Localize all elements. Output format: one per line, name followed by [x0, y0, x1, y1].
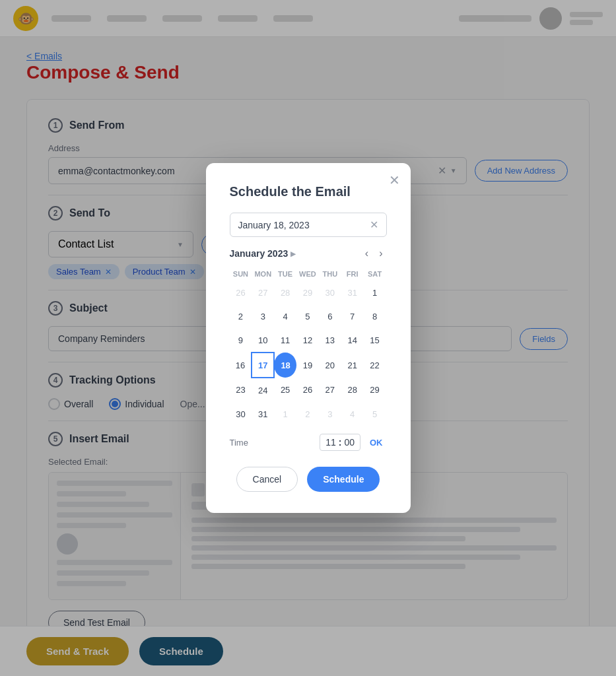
calendar-month-label: January 2023 ▶ — [230, 248, 296, 259]
day-header-mon: MON — [252, 267, 274, 281]
calendar-day: 1 — [274, 402, 296, 426]
calendar-day: 3 — [319, 402, 341, 426]
time-label: Time — [230, 438, 315, 448]
calendar-day: 27 — [252, 281, 274, 304]
calendar-day[interactable]: 31 — [252, 402, 274, 426]
day-header-wed: WED — [296, 267, 319, 281]
calendar-day[interactable]: 2 — [230, 304, 252, 328]
day-header-sat: SAT — [364, 267, 386, 281]
calendar-day: 2 — [296, 402, 319, 426]
calendar-expand-icon: ▶ — [291, 250, 296, 257]
calendar-row: 9101112131415 — [230, 328, 386, 353]
calendar-day: 4 — [341, 402, 364, 426]
day-header-tue: TUE — [274, 267, 296, 281]
modal-actions: Cancel Schedule — [230, 467, 387, 492]
calendar-day[interactable]: 10 — [252, 328, 274, 353]
time-separator: : — [339, 437, 342, 448]
modal-cancel-button[interactable]: Cancel — [236, 467, 298, 492]
time-row: Time 11 : 00 OK — [230, 434, 387, 451]
time-value: 11 : 00 — [320, 434, 360, 451]
calendar-day: 5 — [364, 402, 386, 426]
calendar-day[interactable]: 12 — [296, 328, 319, 353]
calendar-row: 303112345 — [230, 402, 386, 426]
modal-schedule-button[interactable]: Schedule — [307, 467, 380, 492]
calendar-row: 2345678 — [230, 304, 386, 328]
calendar-day[interactable]: 15 — [364, 328, 386, 353]
calendar-day[interactable]: 8 — [364, 304, 386, 328]
calendar-day[interactable]: 16 — [230, 353, 252, 378]
date-clear-button[interactable]: ✕ — [370, 219, 378, 231]
calendar-row: 2627282930311 — [230, 281, 386, 304]
date-input-value: January 18, 2023 — [238, 220, 310, 230]
date-input-row[interactable]: January 18, 2023 ✕ — [230, 213, 387, 237]
modal-close-button[interactable]: ✕ — [389, 174, 400, 187]
calendar-day-headers: SUN MON TUE WED THU FRI SAT — [230, 267, 386, 281]
calendar-day[interactable]: 1 — [364, 281, 386, 304]
calendar-day[interactable]: 3 — [252, 304, 274, 328]
calendar-day[interactable]: 20 — [319, 353, 341, 378]
calendar-next-button[interactable]: › — [375, 246, 386, 261]
calendar-row: 23242526272829 — [230, 378, 386, 402]
calendar-day: 28 — [274, 281, 296, 304]
calendar-grid: SUN MON TUE WED THU FRI SAT 262728293031… — [230, 267, 387, 426]
calendar-day[interactable]: 25 — [274, 378, 296, 402]
calendar-day[interactable]: 30 — [230, 402, 252, 426]
modal-title: Schedule the Email — [230, 184, 387, 199]
calendar-day[interactable]: 11 — [274, 328, 296, 353]
calendar-row: 16171819202122 — [230, 353, 386, 378]
time-ok-button[interactable]: OK — [366, 435, 387, 450]
time-minutes: 00 — [344, 437, 355, 448]
calendar-day[interactable]: 14 — [341, 328, 364, 353]
day-header-fri: FRI — [341, 267, 364, 281]
calendar-day[interactable]: 26 — [296, 378, 319, 402]
calendar-day: 29 — [296, 281, 319, 304]
time-hours: 11 — [325, 437, 336, 448]
calendar-day[interactable]: 19 — [296, 353, 319, 378]
calendar-day[interactable]: 13 — [319, 328, 341, 353]
calendar-day[interactable]: 5 — [296, 304, 319, 328]
calendar-day[interactable]: 22 — [364, 353, 386, 378]
calendar-day: 31 — [341, 281, 364, 304]
calendar-day[interactable]: 23 — [230, 378, 252, 402]
day-header-sun: SUN — [230, 267, 252, 281]
calendar-day[interactable]: 21 — [341, 353, 364, 378]
calendar-day[interactable]: 18 — [274, 353, 296, 378]
calendar-header: January 2023 ▶ ‹ › — [230, 246, 387, 261]
day-header-thu: THU — [319, 267, 341, 281]
calendar-day[interactable]: 6 — [319, 304, 341, 328]
calendar-prev-button[interactable]: ‹ — [361, 246, 372, 261]
calendar-day[interactable]: 9 — [230, 328, 252, 353]
modal-overlay: ✕ Schedule the Email January 18, 2023 ✕ … — [0, 0, 616, 676]
calendar-day[interactable]: 17 — [252, 353, 274, 378]
calendar-day[interactable]: 24 — [252, 378, 274, 402]
calendar-day: 30 — [319, 281, 341, 304]
calendar-day[interactable]: 29 — [364, 378, 386, 402]
mini-calendar: January 2023 ▶ ‹ › SUN MON TUE WED THU — [230, 246, 387, 426]
calendar-day[interactable]: 27 — [319, 378, 341, 402]
schedule-modal: ✕ Schedule the Email January 18, 2023 ✕ … — [206, 163, 411, 513]
calendar-day[interactable]: 28 — [341, 378, 364, 402]
calendar-day[interactable]: 4 — [274, 304, 296, 328]
calendar-body: 2627282930311234567891011121314151617181… — [230, 281, 386, 426]
calendar-day[interactable]: 7 — [341, 304, 364, 328]
calendar-day: 26 — [230, 281, 252, 304]
calendar-navigation: ‹ › — [361, 246, 387, 261]
